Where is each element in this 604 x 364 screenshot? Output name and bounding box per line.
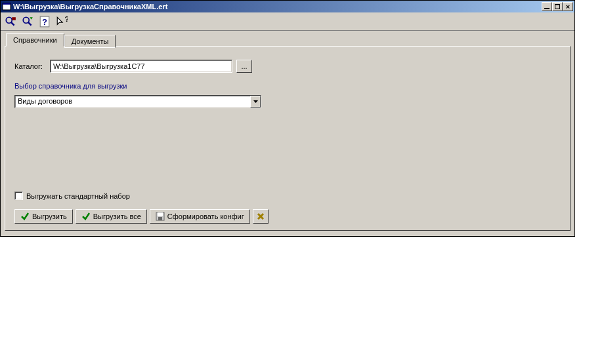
save-icon [156,212,165,221]
main-window: W:\Выгрузка\ВыгрузкаСправочникаXML.ert ×… [0,0,575,237]
tab-references[interactable]: Справочники [6,33,64,47]
minimize-button[interactable] [542,2,552,11]
combo-dropdown-button[interactable] [250,96,261,108]
export-all-button[interactable]: Выгрузить все [76,209,147,224]
title-bar: W:\Выгрузка\ВыгрузкаСправочникаXML.ert × [1,1,574,12]
svg-point-2 [6,17,12,23]
svg-rect-11 [158,212,163,216]
svg-rect-1 [3,3,11,5]
app-icon [2,2,11,11]
client-area: Справочники Документы Каталог: ... Выбор… [1,31,574,236]
catalog-label: Каталог: [14,62,50,70]
tab-label: Справочники [13,36,57,44]
tab-strip: Справочники Документы [6,33,571,47]
browse-label: ... [241,62,247,70]
tool-icon-1[interactable] [5,16,16,28]
catalog-input[interactable] [50,60,232,73]
toolbar: ? ? [1,12,574,31]
svg-text:?: ? [42,17,47,26]
chevron-down-icon [253,100,258,103]
reference-combo[interactable]: Виды договоров [14,95,261,108]
standard-set-checkbox[interactable] [14,192,23,200]
svg-line-6 [28,22,32,26]
close-button[interactable]: × [563,2,573,11]
combo-selected: Виды договоров [15,96,250,108]
tool-icon-2[interactable] [22,16,33,28]
button-row: Выгрузить Выгрузить все Сформировать кон… [14,209,561,224]
tab-label: Документы [72,37,109,45]
whats-this-icon[interactable]: ? [56,16,68,28]
help-icon[interactable]: ? [39,16,51,28]
svg-text:?: ? [65,16,68,23]
standard-set-label: Выгружать стандартный набор [26,192,130,200]
tab-panel: Каталог: ... Выбор справочника для выгру… [5,46,571,231]
browse-button[interactable]: ... [236,60,252,73]
button-label: Сформировать конфиг [167,212,244,220]
svg-rect-12 [158,217,162,220]
check-icon [81,212,91,221]
button-label: Выгрузить все [93,212,141,220]
check-icon [20,212,30,221]
button-label: Выгрузить [32,212,67,220]
make-config-button[interactable]: Сформировать конфиг [150,209,250,224]
cancel-icon [256,212,265,221]
svg-point-5 [23,17,29,23]
svg-rect-4 [12,17,16,20]
maximize-button[interactable] [552,2,563,11]
export-button[interactable]: Выгрузить [14,209,73,224]
section-title: Выбор справочника для выгрузки [14,82,561,90]
window-title: W:\Выгрузка\ВыгрузкаСправочникаXML.ert [13,3,542,10]
cancel-button[interactable] [253,209,269,224]
svg-line-3 [11,22,14,26]
tab-documents[interactable]: Документы [64,35,116,48]
